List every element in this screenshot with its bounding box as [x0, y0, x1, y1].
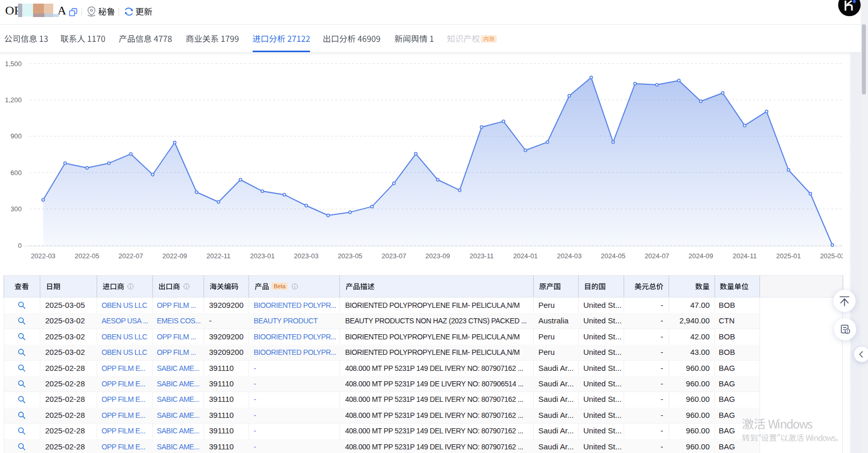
svg-text:2024-05: 2024-05: [601, 252, 626, 260]
svg-text:2023-03: 2023-03: [294, 252, 319, 260]
svg-text:2022-07: 2022-07: [118, 252, 143, 260]
svg-text:600: 600: [10, 169, 22, 177]
svg-text:2024-03: 2024-03: [557, 252, 582, 260]
svg-text:1,200: 1,200: [5, 96, 22, 104]
svg-text:2023-05: 2023-05: [338, 252, 363, 260]
svg-text:2024-01: 2024-01: [513, 252, 538, 260]
svg-text:2023-11: 2023-11: [470, 252, 494, 260]
svg-text:2024-11: 2024-11: [733, 252, 757, 260]
svg-text:0: 0: [18, 242, 22, 249]
svg-text:2024-07: 2024-07: [645, 252, 670, 260]
svg-text:2022-03: 2022-03: [31, 252, 56, 260]
svg-text:2022-05: 2022-05: [75, 252, 100, 260]
svg-text:2025-01: 2025-01: [776, 252, 801, 260]
svg-text:300: 300: [10, 205, 22, 213]
svg-text:2023-09: 2023-09: [425, 252, 450, 260]
svg-text:2022-11: 2022-11: [207, 252, 231, 260]
svg-text:900: 900: [10, 132, 22, 140]
svg-text:2023-07: 2023-07: [382, 252, 407, 260]
svg-text:1,500: 1,500: [5, 60, 22, 68]
svg-text:2022-09: 2022-09: [162, 252, 187, 260]
svg-text:2023-01: 2023-01: [250, 252, 275, 260]
svg-text:2024-09: 2024-09: [689, 252, 714, 260]
svg-text:2025-03: 2025-03: [820, 252, 843, 260]
